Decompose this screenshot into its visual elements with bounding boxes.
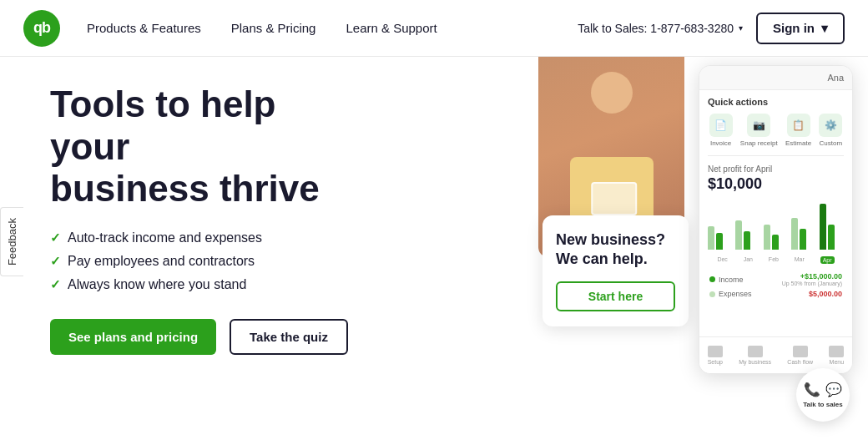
logo-text: qb bbox=[33, 19, 50, 37]
setup-icon bbox=[708, 346, 723, 357]
talk-sales-link[interactable]: Talk to Sales: 1-877-683-3280 ▾ bbox=[578, 22, 743, 35]
custom-icon: ⚙️ bbox=[819, 114, 842, 137]
income-value: +$15,000.00 bbox=[782, 272, 842, 281]
expenses-value: $5,000.00 bbox=[809, 290, 842, 298]
legend-income-row: Income +$15,000.00 Up 50% from (January) bbox=[708, 272, 844, 286]
talk-sales-bubble[interactable]: 📞 💬 Talk to sales bbox=[796, 368, 850, 422]
chart-label-feb: Feb bbox=[769, 256, 779, 264]
nav-link-learn[interactable]: Learn & Support bbox=[346, 21, 437, 35]
my-business-icon bbox=[748, 346, 763, 357]
app-bottom-bar: Setup My business Cash flow Menu bbox=[699, 336, 852, 373]
bar-jan-1 bbox=[735, 220, 742, 250]
bar-group-apr bbox=[820, 204, 844, 250]
talk-sales-text: Talk to Sales: 1-877-683-3280 bbox=[578, 22, 734, 35]
net-profit-section: Net profit for April $10,000 bbox=[699, 156, 852, 310]
navbar: qb Products & Features Plans & Pricing L… bbox=[0, 0, 868, 57]
bottom-bar-menu[interactable]: Menu bbox=[829, 346, 844, 365]
bottom-bar-cash-flow[interactable]: Cash flow bbox=[787, 346, 813, 365]
qa-custom[interactable]: ⚙️ Custom bbox=[819, 114, 842, 147]
take-quiz-button[interactable]: Take the quiz bbox=[230, 319, 348, 355]
feature-item-2: ✓ Pay employees and contractors bbox=[50, 254, 351, 269]
logo[interactable]: qb bbox=[23, 10, 60, 47]
see-plans-button[interactable]: See plans and pricing bbox=[50, 319, 216, 355]
bottom-bar-business-label: My business bbox=[739, 359, 771, 365]
nav-link-products[interactable]: Products & Features bbox=[87, 21, 201, 35]
bar-apr-1 bbox=[820, 204, 826, 250]
qa-invoice-label: Invoice bbox=[710, 139, 731, 147]
hero-left: Tools to help your business thrive ✓ Aut… bbox=[50, 83, 351, 355]
income-dot bbox=[709, 276, 715, 282]
invoice-icon: 📄 bbox=[709, 114, 733, 137]
bar-group-mar bbox=[791, 218, 815, 250]
nav-link-plans[interactable]: Plans & Pricing bbox=[231, 21, 316, 35]
net-profit-label: Net profit for April bbox=[708, 164, 844, 174]
legend-expenses-row: Expenses $5,000.00 bbox=[708, 290, 844, 298]
hero-title: Tools to help your business thrive bbox=[50, 83, 351, 210]
sign-in-button[interactable]: Sign in ▾ bbox=[756, 13, 845, 44]
bottom-bar-setup-label: Setup bbox=[708, 359, 723, 365]
person-tablet bbox=[591, 182, 637, 215]
bar-group-jan bbox=[735, 220, 760, 250]
legend-income-label: Income bbox=[709, 276, 744, 284]
bottom-bar-cashflow-label: Cash flow bbox=[787, 359, 813, 365]
bar-chart bbox=[708, 200, 844, 250]
check-icon: ✓ bbox=[50, 254, 61, 269]
new-business-title: New business? We can help. bbox=[556, 230, 675, 270]
feature-item-1: ✓ Auto-track income and expenses bbox=[50, 230, 351, 245]
bar-mar-2 bbox=[800, 229, 806, 250]
start-here-button[interactable]: Start here bbox=[556, 281, 675, 311]
bar-jan-2 bbox=[744, 231, 750, 250]
chevron-down-icon: ▾ bbox=[739, 23, 743, 33]
qa-snap-receipt[interactable]: 📷 Snap receipt bbox=[740, 114, 778, 147]
qa-estimate[interactable]: 📋 Estimate bbox=[785, 114, 811, 147]
bottom-bar-menu-label: Menu bbox=[830, 359, 845, 365]
person-head bbox=[591, 72, 633, 114]
bar-group-dec bbox=[708, 226, 732, 250]
bottom-bar-my-business[interactable]: My business bbox=[739, 346, 771, 365]
bubble-label: Talk to sales bbox=[803, 401, 842, 409]
cash-flow-icon bbox=[793, 346, 808, 357]
check-icon: ✓ bbox=[50, 230, 61, 245]
net-profit-value: $10,000 bbox=[708, 175, 844, 193]
feature-item-3: ✓ Always know where you stand bbox=[50, 277, 351, 292]
cta-buttons: See plans and pricing Take the quiz bbox=[50, 319, 351, 355]
bar-mar-1 bbox=[791, 218, 798, 250]
expenses-dot bbox=[709, 291, 715, 297]
qa-invoice[interactable]: 📄 Invoice bbox=[709, 114, 733, 147]
bar-feb-2 bbox=[772, 235, 779, 250]
qa-custom-label: Custom bbox=[820, 139, 843, 147]
bar-dec-2 bbox=[716, 233, 723, 250]
chat-icon: 💬 bbox=[825, 382, 842, 397]
estimate-icon: 📋 bbox=[787, 114, 810, 137]
chart-labels: Dec Jan Feb Mar Apr bbox=[708, 256, 844, 264]
snap-receipt-icon: 📷 bbox=[747, 114, 770, 137]
chevron-down-icon: ▾ bbox=[821, 21, 828, 36]
qa-estimate-label: Estimate bbox=[785, 139, 811, 147]
quick-actions: 📄 Invoice 📷 Snap receipt 📋 Estimate ⚙️ C… bbox=[699, 110, 852, 155]
bar-group-feb bbox=[764, 225, 788, 250]
menu-icon bbox=[829, 346, 844, 357]
qb-app-mock: Ana Quick actions 📄 Invoice 📷 Snap recei… bbox=[699, 65, 853, 374]
bar-apr-2 bbox=[828, 225, 835, 250]
chart-label-apr: Apr bbox=[820, 256, 835, 264]
quick-actions-title: Quick actions bbox=[699, 90, 852, 110]
bottom-bar-setup[interactable]: Setup bbox=[708, 346, 723, 365]
bar-feb-1 bbox=[764, 225, 770, 250]
nav-right: Talk to Sales: 1-877-683-3280 ▾ Sign in … bbox=[578, 13, 845, 44]
bubble-icons: 📞 💬 bbox=[804, 382, 842, 397]
bar-dec-1 bbox=[708, 226, 714, 250]
phone-icon: 📞 bbox=[804, 382, 820, 397]
chart-label-jan: Jan bbox=[744, 256, 753, 264]
check-icon: ✓ bbox=[50, 277, 61, 292]
feedback-tab[interactable]: Feedback bbox=[0, 207, 23, 276]
main-content: Feedback Tools to help your business thr… bbox=[0, 57, 868, 440]
new-business-card: New business? We can help. Start here bbox=[542, 215, 689, 326]
feature-list: ✓ Auto-track income and expenses ✓ Pay e… bbox=[50, 230, 351, 292]
nav-links: Products & Features Plans & Pricing Lear… bbox=[87, 21, 578, 35]
income-sub: Up 50% from (January) bbox=[782, 281, 842, 286]
qa-snap-label: Snap receipt bbox=[740, 139, 778, 147]
legend-expenses-label: Expenses bbox=[709, 290, 752, 298]
app-header: Ana bbox=[699, 66, 852, 90]
chart-label-mar: Mar bbox=[795, 256, 805, 264]
chart-label-dec: Dec bbox=[717, 256, 727, 264]
